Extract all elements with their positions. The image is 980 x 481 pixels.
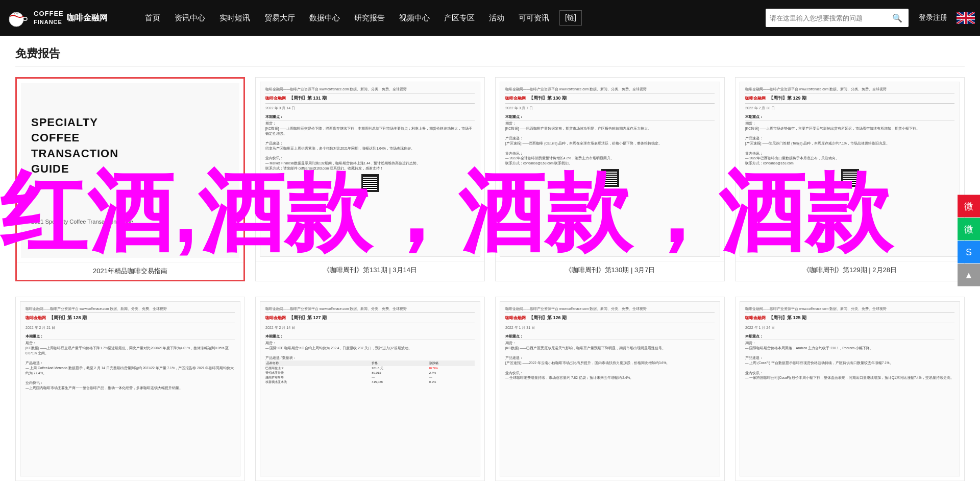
weekly-header-126: 咖啡金融网 【周刊】第 126 期 — [505, 315, 715, 323]
weekly-header-130: 咖啡金融网 【周刊】第 130 期 — [505, 95, 715, 104]
site-name: 咖啡金融网 — [67, 13, 108, 23]
report-card-129[interactable]: 咖啡金融网——咖啡产业资源平台 www.coffenace.com 数据、新闻、… — [735, 77, 965, 281]
top-icon: ▲ — [964, 270, 973, 280]
weibo-icon: 微 — [964, 200, 973, 212]
report-thumb-125: 咖啡金融网——咖啡产业资源平台 www.coffenace.com 数据、新闻、… — [736, 297, 964, 481]
logo-text: COFFEE FINANCE — [34, 10, 64, 26]
report-thumb-inner-127: 咖啡金融网——咖啡产业资源平台 www.coffenace.com 数据、新闻、… — [260, 301, 480, 476]
report-thumb-130: 咖啡金融网——咖啡产业资源平台 www.coffenace.com 数据、新闻、… — [496, 78, 724, 261]
report-card-130[interactable]: 咖啡金融网——咖啡产业资源平台 www.coffenace.com 数据、新闻、… — [495, 77, 725, 281]
main-header: COFFEE FINANCE 咖啡金融网 首页 资讯中心 实时短讯 贸易大厅 数… — [0, 0, 980, 36]
shijie-button[interactable]: S — [958, 241, 980, 263]
nav-news[interactable]: 可可资讯 — [511, 0, 556, 36]
nav-trade[interactable]: 贸易大厅 — [257, 0, 302, 36]
weekly-body-127: 期货： — 国际 ICE 咖啡期货 KC 合约上周均价为 232.4，日度报收 … — [265, 341, 475, 384]
svg-point-0 — [9, 12, 23, 27]
weekly-section-127: 本期重点： — [265, 334, 475, 340]
weekly-section-129: 本期重点： — [745, 114, 954, 121]
weekly-issue-128: 【周刊】第 128 期 — [49, 315, 87, 321]
weekly-header-131: 咖啡金融网 【周刊】第 131 期 — [265, 95, 475, 104]
weekly-top-bar-130: 咖啡金融网——咖啡产业资源平台 www.coffenace.com 数据、新闻、… — [505, 87, 715, 93]
weekly-date-129: 2022 年 2 月 28 日 — [745, 106, 954, 111]
report-card-specialty[interactable]: SPECIALTY COFFEE TRANSACTION GUIDE 2021 … — [15, 77, 245, 281]
search-button[interactable]: 🔍 — [892, 13, 902, 23]
report-card-127[interactable]: 咖啡金融网——咖啡产业资源平台 www.coffenace.com 数据、新闻、… — [255, 297, 485, 481]
weekly-section-headlines: 本期重点： — [265, 114, 475, 121]
specialty-title-line4: GUIDE — [31, 162, 69, 176]
weekly-logo-126: 咖啡金融网 — [505, 315, 526, 321]
weekly-logo-131: 咖啡金融网 — [265, 95, 286, 101]
report-card-128[interactable]: 咖啡金融网——咖啡产业资源平台 www.coffenace.com 数据、新闻、… — [15, 297, 245, 481]
nav-research[interactable]: 研究报告 — [347, 0, 392, 36]
nav-data[interactable]: 数据中心 — [302, 0, 347, 36]
weekly-top-bar-126: 咖啡金融网——咖啡产业资源平台 www.coffenace.com 数据、新闻、… — [505, 307, 715, 313]
nav-chain[interactable]: [链] — [559, 10, 582, 26]
weekly-top-bar-127: 咖啡金融网——咖啡产业资源平台 www.coffenace.com 数据、新闻、… — [265, 307, 475, 313]
nav-zone[interactable]: 产区专区 — [437, 0, 482, 36]
weekly-section-125: 本期重点： — [745, 334, 954, 340]
weekly-logo-129: 咖啡金融网 — [745, 95, 766, 101]
specialty-title-line3: TRANSACTION — [31, 147, 118, 160]
weekly-section-128: 本期重点： — [26, 334, 235, 340]
weekly-date-125: 2022 年 1 月 24 日 — [745, 325, 954, 330]
weekly-date-130: 2022 年 3 月 7 日 — [505, 106, 715, 111]
login-button[interactable]: 登录注册 — [914, 13, 952, 22]
report-thumb-inner-131: 咖啡金融网——咖啡产业资源平台 www.coffenace.com 数据、新闻、… — [260, 82, 480, 257]
weekly-body-129: 期货： [KC数据] ——上周市场走势偏空，主要产区受天气影响出货有所延迟，市场… — [745, 121, 954, 166]
specialty-title-line1: SPECIALTY — [31, 116, 98, 129]
weekly-logo-125: 咖啡金融网 — [745, 315, 766, 321]
wechat-button[interactable]: 微 — [958, 218, 980, 240]
report-thumb-128: 咖啡金融网——咖啡产业资源平台 www.coffenace.com 数据、新闻、… — [16, 297, 244, 481]
weekly-section-130: 本期重点： — [505, 114, 715, 121]
weekly-top-bar-128: 咖啡金融网——咖啡产业资源平台 www.coffenace.com 数据、新闻、… — [26, 307, 235, 313]
nav-activity[interactable]: 活动 — [482, 0, 511, 36]
weekly-date-127: 2022 年 2 月 14 日 — [265, 325, 475, 330]
qr-code-130 — [601, 169, 619, 187]
report-thumb-specialty: SPECIALTY COFFEE TRANSACTION GUIDE 2021 … — [17, 79, 243, 262]
report-thumb-inner-128: 咖啡金融网——咖啡产业资源平台 www.coffenace.com 数据、新闻、… — [20, 301, 240, 476]
nav-home[interactable]: 首页 — [138, 0, 167, 36]
report-thumb-inner-125: 咖啡金融网——咖啡产业资源平台 www.coffenace.com 数据、新闻、… — [740, 301, 960, 476]
weekly-body-128: 期货： [KC数据] ——上周咖啡豆交易产量平均价格下降1.7%至近期最低，同比… — [26, 341, 235, 391]
weibo-button[interactable]: 微 — [958, 195, 980, 218]
qr-code-129 — [841, 169, 859, 187]
report-card-131[interactable]: 咖啡金融网——咖啡产业资源平台 www.coffenace.com 数据、新闻、… — [255, 77, 485, 281]
specialty-subtitle: 2021 Specialty Coffee Transaction Guide — [31, 219, 133, 225]
top-button[interactable]: ▲ — [958, 264, 980, 286]
report-thumb-126: 咖啡金融网——咖啡产业资源平台 www.coffenace.com 数据、新闻、… — [496, 297, 724, 481]
page-title: 免费报告 — [15, 46, 965, 67]
weekly-body-126: 期货： [KC数据] ——巴西产区受厄尔尼诺天气影响，咖啡豆产量预期下降明显，期… — [505, 341, 715, 380]
weekly-date-126: 2022 年 1 月 31 日 — [505, 325, 715, 330]
nav-info[interactable]: 资讯中心 — [167, 0, 212, 36]
specialty-cover: SPECIALTY COFFEE TRANSACTION GUIDE 2021 … — [21, 83, 239, 258]
report-card-125[interactable]: 咖啡金融网——咖啡产业资源平台 www.coffenace.com 数据、新闻、… — [735, 297, 965, 481]
logo-area[interactable]: COFFEE FINANCE 咖啡金融网 — [5, 5, 138, 31]
report-thumb-inner-126: 咖啡金融网——咖啡产业资源平台 www.coffenace.com 数据、新闻、… — [500, 301, 720, 476]
logo-icon — [5, 5, 31, 31]
nav-video[interactable]: 视频中心 — [392, 0, 437, 36]
report-thumb-127: 咖啡金融网——咖啡产业资源平台 www.coffenace.com 数据、新闻、… — [256, 297, 484, 481]
weekly-issue-131: 【周刊】第 131 期 — [289, 95, 327, 102]
weekly-header-128: 咖啡金融网 【周刊】第 128 期 — [26, 315, 235, 323]
language-flag-icon[interactable] — [957, 12, 975, 24]
report-label-131: 《咖啡周刊》第131期 | 3月14日 — [256, 261, 484, 279]
weekly-issue-126: 【周刊】第 126 期 — [529, 315, 567, 321]
weekly-header-127: 咖啡金融网 【周刊】第 127 期 — [265, 315, 475, 323]
main-content: 免费报告 红酒,酒款，酒款，酒款 SPECIALTY COFFEE TRANSA… — [0, 36, 980, 481]
qr-code-131 — [361, 174, 379, 192]
weekly-date-131: 2022 年 3 月 14 日 — [265, 106, 475, 111]
weekly-top-bar-125: 咖啡金融网——咖啡产业资源平台 www.coffenace.com 数据、新闻、… — [745, 307, 954, 313]
report-thumb-inner-129: 咖啡金融网——咖啡产业资源平台 www.coffenace.com 数据、新闻、… — [740, 82, 960, 257]
weekly-logo-127: 咖啡金融网 — [265, 315, 286, 321]
weekly-logo-130: 咖啡金融网 — [505, 95, 526, 101]
report-label-specialty: 2021年精品咖啡交易指南 — [17, 262, 243, 280]
side-buttons: 微 微 S ▲ — [958, 195, 980, 286]
weekly-body-130: 期货： [KC数据] ——巴西咖啡产量数据发布，期货市场波动明显，产区报告称短期… — [505, 121, 715, 166]
report-thumb-131: 咖啡金融网——咖啡产业资源平台 www.coffenace.com 数据、新闻、… — [256, 78, 484, 261]
weekly-header-125: 咖啡金融网 【周刊】第 125 期 — [745, 315, 954, 323]
report-card-126[interactable]: 咖啡金融网——咖啡产业资源平台 www.coffenace.com 数据、新闻、… — [495, 297, 725, 481]
nav-realtime[interactable]: 实时短讯 — [212, 0, 257, 36]
weekly-issue-129: 【周刊】第 129 期 — [769, 95, 806, 102]
search-input[interactable] — [770, 14, 892, 22]
weekly-issue-130: 【周刊】第 130 期 — [529, 95, 567, 102]
